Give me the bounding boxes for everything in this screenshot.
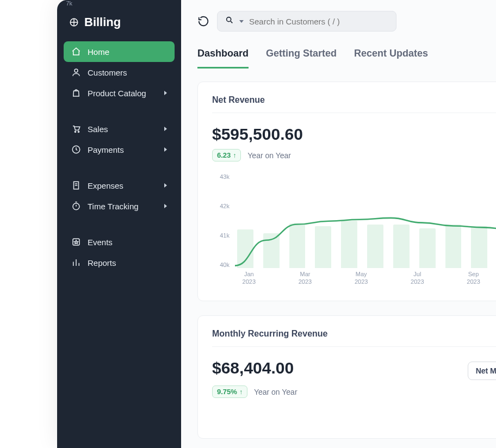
search-input[interactable] [249, 17, 388, 26]
sidebar-item-label: Reports [88, 258, 116, 267]
topbar [181, 0, 496, 39]
timer-icon [71, 201, 81, 211]
net-revenue-chart: 43k42k41k40k Jan2023Mar2023May2023Jul202… [212, 173, 496, 288]
star-icon [71, 237, 81, 247]
y-tick: 43k [212, 173, 230, 180]
chevron-right-icon [164, 91, 167, 95]
x-tick [431, 270, 460, 288]
brand: Billing [57, 0, 181, 41]
card-title: Net Revenue [212, 95, 496, 113]
search-icon [225, 16, 234, 27]
refresh-icon[interactable] [197, 15, 209, 27]
tab-recent-updates[interactable]: Recent Updates [354, 48, 428, 69]
net-revenue-value: $595,500.60 [212, 125, 303, 144]
receipt-icon [71, 181, 81, 190]
yoy-label: Year on Year [254, 388, 297, 396]
y-tick: 42k [212, 203, 230, 209]
sidebar-item-home[interactable]: Home [64, 41, 175, 62]
bag-icon [71, 88, 81, 98]
brand-text: Billing [84, 15, 121, 29]
sidebar-item-label: Time Tracking [88, 202, 139, 211]
tab-getting-started[interactable]: Getting Started [266, 48, 337, 69]
y-tick: 41k [212, 232, 230, 239]
mrr-value: $68,404.00 [212, 359, 294, 377]
x-tick [487, 270, 496, 288]
clock-icon [71, 145, 81, 154]
search-box[interactable] [217, 11, 396, 32]
sidebar-item-label: Customers [88, 68, 127, 77]
sidebar-item-expenses[interactable]: Expenses [64, 175, 175, 196]
x-tick: Jul2023 [404, 270, 432, 288]
user-icon [71, 67, 81, 77]
x-tick [263, 270, 292, 288]
card-title: Monthly Recurring Revenue [212, 329, 496, 347]
arrow-up-icon: ↑ [239, 388, 243, 396]
x-tick: Mar2023 [291, 270, 319, 288]
x-tick: Sep2023 [460, 270, 488, 288]
sidebar-item-customers[interactable]: Customers [64, 62, 175, 83]
tabs: DashboardGetting StartedRecent Updates [181, 39, 496, 69]
net-mrr-button[interactable]: Net MRR [468, 362, 496, 380]
mrr-delta-badge: 9.75% ↑ [212, 385, 247, 398]
chart-line [235, 218, 496, 266]
card-mrr: Monthly Recurring Revenue $68,404.00 Net… [197, 315, 496, 439]
sidebar-item-reports[interactable]: Reports [64, 252, 175, 273]
sidebar-item-label: Expenses [88, 181, 123, 190]
search-scope-caret-icon[interactable] [239, 20, 244, 23]
sidebar-item-events[interactable]: Events [64, 232, 175, 252]
y-tick: 40k [212, 262, 230, 268]
card-net-revenue: Net Revenue $595,500.60 6.23 ↑ Year on Y… [197, 82, 496, 301]
x-tick: Jan2023 [235, 270, 263, 288]
sidebar-item-product-catalog[interactable]: Product Catalog [64, 83, 175, 103]
svg-point-3 [78, 131, 79, 132]
sidebar-item-payments[interactable]: Payments [64, 139, 175, 160]
sidebar-item-label: Product Catalog [88, 89, 146, 98]
svg-point-1 [75, 69, 78, 72]
x-tick [375, 270, 404, 288]
cart-icon [71, 124, 81, 134]
sidebar-item-label: Events [88, 238, 113, 247]
tab-dashboard[interactable]: Dashboard [197, 48, 249, 69]
svg-point-2 [75, 131, 76, 132]
home-icon [71, 47, 81, 57]
main: DashboardGetting StartedRecent Updates N… [181, 0, 496, 448]
sidebar-item-label: Payments [88, 145, 124, 154]
chevron-right-icon [164, 127, 167, 131]
chevron-right-icon [164, 147, 167, 152]
sidebar-item-label: Sales [88, 125, 108, 134]
sidebar-item-time-tracking[interactable]: Time Tracking [64, 196, 175, 216]
chevron-right-icon [164, 183, 167, 188]
arrow-up-icon: ↑ [233, 152, 236, 159]
x-tick [319, 270, 348, 288]
yoy-label: Year on Year [247, 151, 291, 160]
sidebar-item-sales[interactable]: Sales [64, 119, 175, 139]
svg-point-8 [227, 17, 231, 22]
x-tick: May2023 [347, 270, 375, 288]
bars-icon [71, 258, 81, 267]
chevron-right-icon [164, 204, 167, 208]
content: Net Revenue $595,500.60 6.23 ↑ Year on Y… [181, 69, 496, 448]
sidebar-item-label: Home [88, 47, 109, 57]
mrr-chart: 7k [212, 409, 496, 425]
net-revenue-delta-badge: 6.23 ↑ [212, 149, 241, 161]
sidebar: Billing HomeCustomersProduct CatalogSale… [57, 0, 181, 448]
